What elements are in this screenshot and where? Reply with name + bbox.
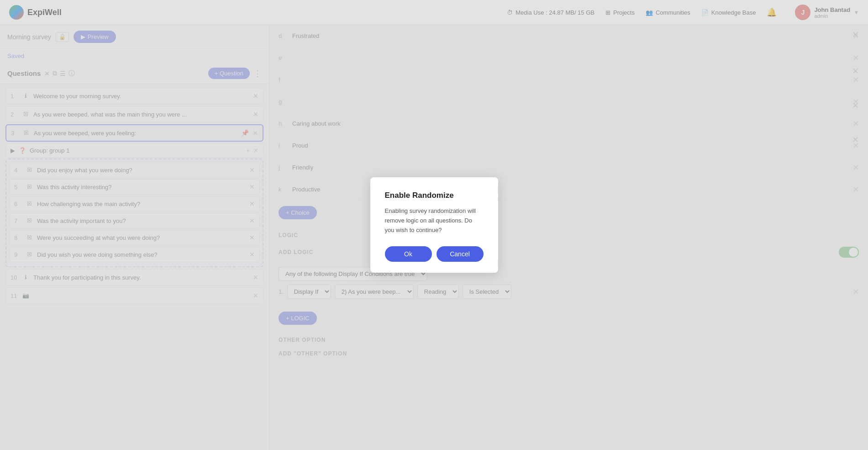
modal-body: Enabling survey randomization will remov… [385,206,484,235]
modal-actions: Ok Cancel [385,246,484,262]
modal-overlay: Enable Randomize Enabling survey randomi… [0,0,868,450]
modal-cancel-button[interactable]: Cancel [437,246,484,262]
modal-ok-button[interactable]: Ok [385,246,432,262]
modal-title: Enable Randomize [385,191,484,200]
modal-box: Enable Randomize Enabling survey randomi… [370,177,498,272]
